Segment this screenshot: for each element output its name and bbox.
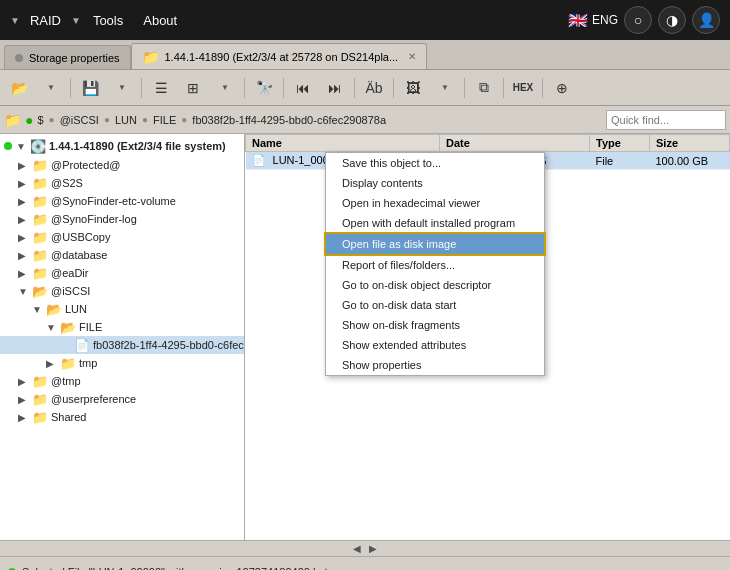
sep2 (141, 78, 142, 98)
image-btn[interactable]: 🖼 (398, 74, 428, 102)
addr-sep3: ● (142, 114, 148, 125)
quick-find-input[interactable] (606, 110, 726, 130)
ctx-open-hex-viewer[interactable]: Open in hexadecimal viewer (326, 193, 544, 213)
tab-storage-properties[interactable]: Storage properties (4, 45, 131, 69)
open-folder-btn[interactable]: 📂 (4, 74, 34, 102)
search-binoculars-btn[interactable]: 🔭 (249, 74, 279, 102)
more-btn[interactable]: ⊕ (547, 74, 577, 102)
tree-toggle-iscsi[interactable]: ▼ (18, 286, 32, 297)
tree-toggle-attmp[interactable]: ▶ (18, 376, 32, 387)
tree-label-synofinder-etc: @SynoFinder-etc-volume (51, 195, 176, 207)
toolbar-icon-circle2[interactable]: ◑ (658, 6, 686, 34)
folder-icon-protected: 📁 (32, 158, 48, 173)
file-size-cell: 100.00 GB (650, 152, 730, 170)
file-icon-row: 📄 (252, 154, 266, 166)
tree-root[interactable]: ▼ 💽 1.44.1-41890 (Ext2/3/4 file system) (0, 136, 244, 156)
tree-toggle-lun[interactable]: ▼ (32, 304, 46, 315)
tree-item-s2s[interactable]: ▶ 📁 @S2S (0, 174, 244, 192)
ctx-show-fragments[interactable]: Show on-disk fragments (326, 315, 544, 335)
context-menu: Save this object to... Display contents … (325, 152, 545, 376)
tree-label-file: FILE (79, 321, 102, 333)
tree-item-protected[interactable]: ▶ 📁 @Protected@ (0, 156, 244, 174)
tab-filesystem[interactable]: 📁 1.44.1-41890 (Ext2/3/4 at 25728 on DS2… (131, 43, 428, 69)
tree-item-tmp[interactable]: ▶ 📁 tmp (0, 354, 244, 372)
tree-item-usbcopy[interactable]: ▶ 📁 @USBCopy (0, 228, 244, 246)
menu-tools[interactable]: Tools (85, 9, 131, 32)
tree-label-userpref: @userpreference (51, 393, 136, 405)
folder-icon-usbcopy: 📁 (32, 230, 48, 245)
scroll-left-arrow[interactable]: ◀ (353, 543, 361, 554)
tree-toggle-tmp[interactable]: ▶ (46, 358, 60, 369)
col-size[interactable]: Size (650, 135, 730, 152)
tree-item-file[interactable]: ▼ 📂 FILE (0, 318, 244, 336)
tree-label-hash: fb038f2b-1ff4-4295-bbd0-c6fec (93, 339, 244, 351)
folder-icon-file: 📂 (60, 320, 76, 335)
ctx-open-disk-image[interactable]: Open file as disk image (325, 233, 545, 255)
tab-label-filesystem: 1.44.1-41890 (Ext2/3/4 at 25728 on DS214… (165, 51, 399, 63)
ctx-show-properties[interactable]: Show properties (326, 355, 544, 375)
scroll-right-arrow[interactable]: ▶ (369, 543, 377, 554)
tree-toggle-synofinder-log[interactable]: ▶ (18, 214, 32, 225)
tree-item-hash[interactable]: ▶ 📄 fb038f2b-1ff4-4295-bbd0-c6fec (0, 336, 244, 354)
menu-raid[interactable]: RAID (22, 9, 69, 32)
file-icon-hash: 📄 (74, 338, 90, 353)
tree-panel: ▼ 💽 1.44.1-41890 (Ext2/3/4 file system) … (0, 134, 245, 540)
col-date[interactable]: Date (440, 135, 590, 152)
statusbar: Selected File "LUN-1_00000" with own siz… (0, 556, 730, 570)
toolbar-icon-circle1[interactable]: ○ (624, 6, 652, 34)
tree-toggle-shared[interactable]: ▶ (18, 412, 32, 423)
col-type[interactable]: Type (590, 135, 650, 152)
tree-item-attmp[interactable]: ▶ 📁 @tmp (0, 372, 244, 390)
tree-item-userpref[interactable]: ▶ 📁 @userpreference (0, 390, 244, 408)
next-btn[interactable]: ⏭ (320, 74, 350, 102)
save-arrow[interactable]: ▼ (107, 74, 137, 102)
view-arrow[interactable]: ▼ (210, 74, 240, 102)
tree-item-lun[interactable]: ▼ 📂 LUN (0, 300, 244, 318)
tree-toggle-file[interactable]: ▼ (46, 322, 60, 333)
list-btn[interactable]: ☰ (146, 74, 176, 102)
tree-toggle-eadir[interactable]: ▶ (18, 268, 32, 279)
menu-about[interactable]: About (135, 9, 185, 32)
open-folder-arrow[interactable]: ▼ (36, 74, 66, 102)
image-arrow[interactable]: ▼ (430, 74, 460, 102)
replace-btn[interactable]: Äb (359, 74, 389, 102)
lang-text: ENG (592, 13, 618, 27)
file-panel: Name Date Type Size 📄 LUN-1_00000 16.08.… (245, 134, 730, 540)
ctx-open-default-program[interactable]: Open with default installed program (326, 213, 544, 233)
ctx-report-files[interactable]: Report of files/folders... (326, 255, 544, 275)
save-btn[interactable]: 💾 (75, 74, 105, 102)
flag-icon: 🇬🇧 (568, 11, 588, 30)
tree-toggle-root[interactable]: ▼ (16, 141, 30, 152)
ctx-show-extended-attrs[interactable]: Show extended attributes (326, 335, 544, 355)
ctx-goto-data-start[interactable]: Go to on-disk data start (326, 295, 544, 315)
tree-toggle-database[interactable]: ▶ (18, 250, 32, 261)
main-content: ▼ 💽 1.44.1-41890 (Ext2/3/4 file system) … (0, 134, 730, 540)
ctx-save-object[interactable]: Save this object to... (326, 153, 544, 173)
tree-item-synofinder-log[interactable]: ▶ 📁 @SynoFinder-log (0, 210, 244, 228)
ctx-goto-object-descriptor[interactable]: Go to on-disk object descriptor (326, 275, 544, 295)
addr-iscsi: @iSCSI (60, 114, 99, 126)
titlebar-left: ▼ RAID ▼ Tools About (10, 9, 568, 32)
hex-btn[interactable]: HEX (508, 74, 538, 102)
tree-item-eadir[interactable]: ▶ 📁 @eaDir (0, 264, 244, 282)
copy-btn[interactable]: ⧉ (469, 74, 499, 102)
tree-toggle-userpref[interactable]: ▶ (18, 394, 32, 405)
toolbar-icon-user[interactable]: 👤 (692, 6, 720, 34)
tree-item-synofinder-etc[interactable]: ▶ 📁 @SynoFinder-etc-volume (0, 192, 244, 210)
tree-toggle-synofinder-etc[interactable]: ▶ (18, 196, 32, 207)
col-name[interactable]: Name (246, 135, 440, 152)
tree-toggle-usbcopy[interactable]: ▶ (18, 232, 32, 243)
toolbar: 📂 ▼ 💾 ▼ ☰ ⊞ ▼ 🔭 ⏮ ⏭ Äb 🖼 ▼ ⧉ HEX ⊕ (0, 70, 730, 106)
tree-item-shared[interactable]: ▶ 📁 Shared (0, 408, 244, 426)
tree-toggle-s2s[interactable]: ▶ (18, 178, 32, 189)
view-btn[interactable]: ⊞ (178, 74, 208, 102)
folder-icon-tmp: 📁 (60, 356, 76, 371)
prev-btn[interactable]: ⏮ (288, 74, 318, 102)
tree-item-database[interactable]: ▶ 📁 @database (0, 246, 244, 264)
tree-toggle-protected[interactable]: ▶ (18, 160, 32, 171)
tree-item-iscsi[interactable]: ▼ 📂 @iSCSI (0, 282, 244, 300)
tab-close-button[interactable]: ✕ (408, 51, 416, 62)
ctx-display-contents[interactable]: Display contents (326, 173, 544, 193)
folder-icon-database: 📁 (32, 248, 48, 263)
tree-label-attmp: @tmp (51, 375, 81, 387)
